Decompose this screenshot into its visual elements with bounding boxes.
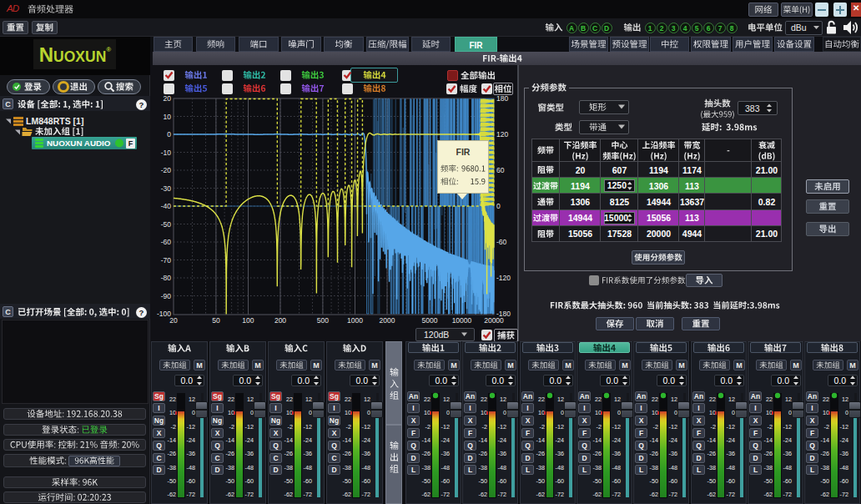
svg-text:120: 120 bbox=[496, 130, 508, 139]
svg-text:0: 0 bbox=[167, 130, 171, 139]
svg-text:100: 100 bbox=[242, 316, 254, 325]
svg-text:-30: -30 bbox=[161, 184, 172, 193]
svg-text:-10: -10 bbox=[161, 149, 172, 157]
svg-text:1000: 1000 bbox=[347, 316, 363, 325]
svg-text:-60: -60 bbox=[161, 238, 172, 246]
svg-text:-60: -60 bbox=[496, 238, 507, 246]
svg-text:20: 20 bbox=[164, 94, 172, 103]
svg-text:5000: 5000 bbox=[421, 316, 437, 325]
svg-text:-50: -50 bbox=[161, 220, 172, 229]
svg-text:10000: 10000 bbox=[452, 316, 472, 325]
svg-text:20: 20 bbox=[169, 316, 178, 325]
svg-text:-20: -20 bbox=[161, 166, 172, 174]
svg-text:10: 10 bbox=[164, 113, 172, 121]
svg-text:-70: -70 bbox=[161, 256, 172, 265]
svg-text:500: 500 bbox=[317, 316, 329, 325]
svg-text:20000: 20000 bbox=[484, 316, 504, 325]
svg-text:180: 180 bbox=[496, 94, 508, 103]
svg-text:60: 60 bbox=[496, 166, 505, 174]
svg-text:-120: -120 bbox=[496, 274, 511, 282]
svg-text:50: 50 bbox=[212, 316, 220, 325]
svg-text:2000: 2000 bbox=[380, 316, 395, 325]
svg-text:-40: -40 bbox=[161, 202, 172, 210]
svg-text:200: 200 bbox=[274, 316, 286, 325]
svg-text:-90: -90 bbox=[161, 292, 172, 300]
svg-text:0: 0 bbox=[496, 202, 501, 210]
svg-text:-80: -80 bbox=[161, 274, 172, 282]
